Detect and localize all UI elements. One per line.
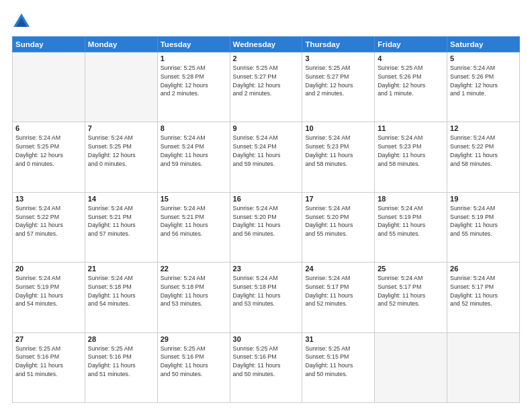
day-number: 18: [378, 195, 444, 203]
week-row: 1Sunrise: 5:25 AM Sunset: 5:28 PM Daylig…: [13, 52, 520, 122]
day-info: Sunrise: 5:25 AM Sunset: 5:16 PM Dayligh…: [233, 345, 300, 379]
day-info: Sunrise: 5:24 AM Sunset: 5:24 PM Dayligh…: [161, 134, 227, 168]
day-number: 13: [15, 195, 82, 203]
day-number: 1: [161, 54, 227, 62]
calendar-cell: 7Sunrise: 5:24 AM Sunset: 5:25 PM Daylig…: [85, 122, 157, 192]
calendar-cell: [85, 52, 157, 122]
day-info: Sunrise: 5:24 AM Sunset: 5:19 PM Dayligh…: [378, 204, 444, 238]
calendar-cell: 24Sunrise: 5:24 AM Sunset: 5:17 PM Dayli…: [302, 263, 375, 332]
calendar-cell: 2Sunrise: 5:25 AM Sunset: 5:27 PM Daylig…: [230, 52, 302, 122]
day-info: Sunrise: 5:24 AM Sunset: 5:18 PM Dayligh…: [161, 274, 227, 308]
calendar-cell: 15Sunrise: 5:24 AM Sunset: 5:21 PM Dayli…: [157, 192, 230, 262]
calendar-cell: [13, 52, 85, 122]
page: SundayMondayTuesdayWednesdayThursdayFrid…: [0, 0, 532, 411]
day-info: Sunrise: 5:24 AM Sunset: 5:19 PM Dayligh…: [450, 204, 517, 238]
calendar-cell: 13Sunrise: 5:24 AM Sunset: 5:22 PM Dayli…: [13, 192, 85, 262]
weekday-header: Friday: [375, 37, 447, 52]
day-info: Sunrise: 5:25 AM Sunset: 5:27 PM Dayligh…: [233, 64, 300, 98]
calendar-cell: 19Sunrise: 5:24 AM Sunset: 5:19 PM Dayli…: [447, 192, 520, 262]
day-info: Sunrise: 5:24 AM Sunset: 5:18 PM Dayligh…: [88, 274, 154, 308]
calendar-cell: 30Sunrise: 5:25 AM Sunset: 5:16 PM Dayli…: [230, 332, 302, 402]
day-number: 5: [450, 54, 517, 62]
weekday-header: Monday: [85, 37, 157, 52]
day-number: 23: [233, 265, 300, 273]
day-number: 4: [378, 54, 444, 62]
calendar-cell: 1Sunrise: 5:25 AM Sunset: 5:28 PM Daylig…: [157, 52, 230, 122]
day-number: 11: [378, 124, 444, 132]
day-number: 7: [88, 124, 154, 132]
calendar-cell: 22Sunrise: 5:24 AM Sunset: 5:18 PM Dayli…: [157, 263, 230, 332]
day-info: Sunrise: 5:25 AM Sunset: 5:15 PM Dayligh…: [305, 345, 371, 379]
calendar-cell: 23Sunrise: 5:24 AM Sunset: 5:18 PM Dayli…: [230, 263, 302, 332]
day-number: 8: [161, 124, 227, 132]
day-number: 21: [88, 265, 154, 273]
day-info: Sunrise: 5:25 AM Sunset: 5:28 PM Dayligh…: [161, 64, 227, 98]
day-info: Sunrise: 5:24 AM Sunset: 5:17 PM Dayligh…: [378, 274, 444, 308]
calendar-cell: 28Sunrise: 5:25 AM Sunset: 5:16 PM Dayli…: [85, 332, 157, 402]
day-info: Sunrise: 5:25 AM Sunset: 5:16 PM Dayligh…: [88, 345, 154, 379]
calendar-cell: 29Sunrise: 5:25 AM Sunset: 5:16 PM Dayli…: [157, 332, 230, 402]
day-info: Sunrise: 5:24 AM Sunset: 5:20 PM Dayligh…: [233, 204, 300, 238]
day-info: Sunrise: 5:25 AM Sunset: 5:26 PM Dayligh…: [378, 64, 444, 98]
calendar-cell: 3Sunrise: 5:25 AM Sunset: 5:27 PM Daylig…: [302, 52, 375, 122]
calendar-cell: 25Sunrise: 5:24 AM Sunset: 5:17 PM Dayli…: [375, 263, 447, 332]
logo-icon: [12, 12, 31, 31]
calendar-cell: 10Sunrise: 5:24 AM Sunset: 5:23 PM Dayli…: [302, 122, 375, 192]
day-info: Sunrise: 5:24 AM Sunset: 5:18 PM Dayligh…: [233, 274, 300, 308]
weekday-header: Sunday: [13, 37, 85, 52]
day-info: Sunrise: 5:24 AM Sunset: 5:23 PM Dayligh…: [305, 134, 371, 168]
day-info: Sunrise: 5:24 AM Sunset: 5:24 PM Dayligh…: [233, 134, 300, 168]
calendar-cell: 11Sunrise: 5:24 AM Sunset: 5:23 PM Dayli…: [375, 122, 447, 192]
day-number: 17: [305, 195, 371, 203]
header: [12, 12, 520, 31]
weekday-header: Saturday: [447, 37, 520, 52]
weekday-header: Wednesday: [230, 37, 302, 52]
calendar-cell: 5Sunrise: 5:24 AM Sunset: 5:26 PM Daylig…: [447, 52, 520, 122]
day-number: 26: [450, 265, 517, 273]
day-info: Sunrise: 5:24 AM Sunset: 5:22 PM Dayligh…: [450, 134, 517, 168]
day-info: Sunrise: 5:24 AM Sunset: 5:21 PM Dayligh…: [88, 204, 154, 238]
day-number: 15: [161, 195, 227, 203]
calendar-cell: 12Sunrise: 5:24 AM Sunset: 5:22 PM Dayli…: [447, 122, 520, 192]
calendar-table: SundayMondayTuesdayWednesdayThursdayFrid…: [12, 36, 520, 403]
calendar-cell: 4Sunrise: 5:25 AM Sunset: 5:26 PM Daylig…: [375, 52, 447, 122]
day-info: Sunrise: 5:24 AM Sunset: 5:26 PM Dayligh…: [450, 64, 517, 98]
calendar-cell: 16Sunrise: 5:24 AM Sunset: 5:20 PM Dayli…: [230, 192, 302, 262]
day-number: 3: [305, 54, 371, 62]
day-number: 22: [161, 265, 227, 273]
calendar-cell: [375, 332, 447, 402]
calendar-cell: 21Sunrise: 5:24 AM Sunset: 5:18 PM Dayli…: [85, 263, 157, 332]
day-number: 28: [88, 335, 154, 343]
day-info: Sunrise: 5:24 AM Sunset: 5:23 PM Dayligh…: [378, 134, 444, 168]
day-number: 2: [233, 54, 300, 62]
calendar-cell: 9Sunrise: 5:24 AM Sunset: 5:24 PM Daylig…: [230, 122, 302, 192]
calendar-cell: 20Sunrise: 5:24 AM Sunset: 5:19 PM Dayli…: [13, 263, 85, 332]
day-number: 29: [161, 335, 227, 343]
calendar-cell: 8Sunrise: 5:24 AM Sunset: 5:24 PM Daylig…: [157, 122, 230, 192]
week-row: 20Sunrise: 5:24 AM Sunset: 5:19 PM Dayli…: [13, 263, 520, 332]
week-row: 13Sunrise: 5:24 AM Sunset: 5:22 PM Dayli…: [13, 192, 520, 262]
day-number: 10: [305, 124, 371, 132]
day-info: Sunrise: 5:24 AM Sunset: 5:17 PM Dayligh…: [305, 274, 371, 308]
day-number: 19: [450, 195, 517, 203]
calendar-cell: 27Sunrise: 5:25 AM Sunset: 5:16 PM Dayli…: [13, 332, 85, 402]
day-number: 16: [233, 195, 300, 203]
day-info: Sunrise: 5:24 AM Sunset: 5:25 PM Dayligh…: [15, 134, 82, 168]
day-info: Sunrise: 5:25 AM Sunset: 5:27 PM Dayligh…: [305, 64, 371, 98]
day-number: 31: [305, 335, 371, 343]
weekday-header: Thursday: [302, 37, 375, 52]
day-number: 27: [15, 335, 82, 343]
day-number: 25: [378, 265, 444, 273]
day-info: Sunrise: 5:24 AM Sunset: 5:20 PM Dayligh…: [305, 204, 371, 238]
calendar-cell: 14Sunrise: 5:24 AM Sunset: 5:21 PM Dayli…: [85, 192, 157, 262]
day-number: 6: [15, 124, 82, 132]
day-info: Sunrise: 5:25 AM Sunset: 5:16 PM Dayligh…: [15, 345, 82, 379]
day-info: Sunrise: 5:24 AM Sunset: 5:22 PM Dayligh…: [15, 204, 82, 238]
calendar-cell: [447, 332, 520, 402]
day-number: 12: [450, 124, 517, 132]
day-info: Sunrise: 5:24 AM Sunset: 5:25 PM Dayligh…: [88, 134, 154, 168]
day-number: 14: [88, 195, 154, 203]
day-info: Sunrise: 5:25 AM Sunset: 5:16 PM Dayligh…: [161, 345, 227, 379]
week-row: 6Sunrise: 5:24 AM Sunset: 5:25 PM Daylig…: [13, 122, 520, 192]
logo: [12, 12, 34, 31]
